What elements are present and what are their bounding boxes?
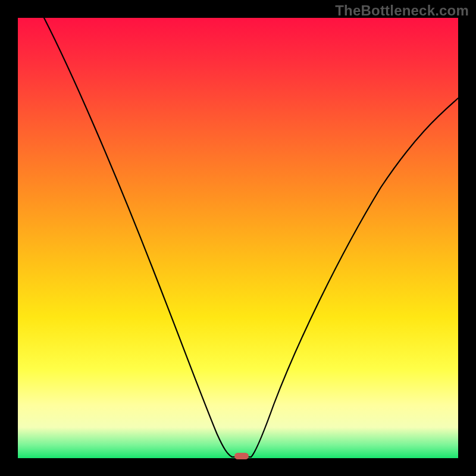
vertex-marker <box>234 453 249 459</box>
watermark-text: TheBottleneck.com <box>335 2 469 19</box>
plot-area <box>18 18 458 458</box>
curve-right <box>251 98 458 457</box>
bottleneck-curve <box>18 18 458 458</box>
chart-frame: TheBottleneck.com <box>0 0 476 476</box>
curve-left <box>44 18 238 457</box>
